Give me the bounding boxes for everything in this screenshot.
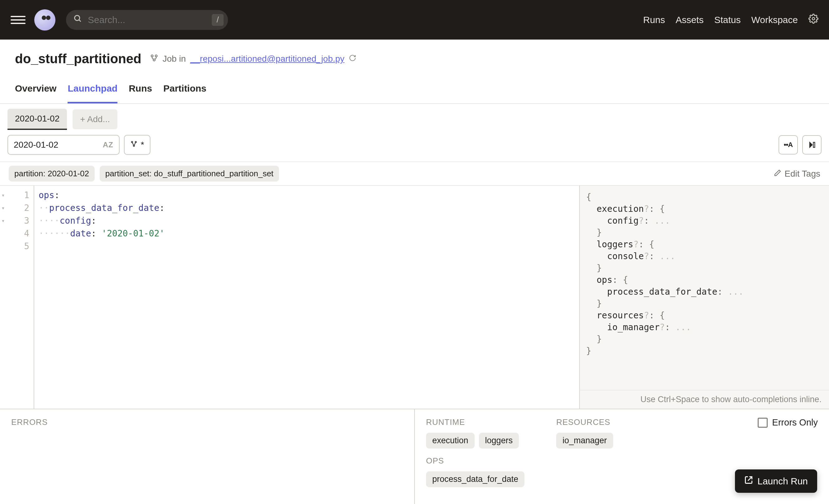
tabs: Overview Launchpad Runs Partitions [15,78,814,103]
nav-links: Runs Assets Status Workspace [643,14,819,26]
ops-label: OPS [426,456,818,466]
gear-icon[interactable] [808,14,819,26]
logo-icon[interactable] [34,9,56,31]
svg-rect-12 [814,142,815,147]
edit-tags-label: Edit Tags [785,169,820,179]
svg-point-4 [155,55,157,57]
job-location-chip: Job in __reposi...artitioned@partitioned… [150,54,356,64]
partition-tabs: 2020-01-02 + Add... [0,104,829,135]
tag-chip[interactable]: partition: 2020-01-02 [9,166,95,182]
editor-area: ▾▾▾ 12345 ops:··process_data_for_date:··… [0,186,829,409]
page-header: do_stuff_partitioned Job in __reposi...a… [0,40,829,104]
partition-tab[interactable]: 2020-01-02 [7,109,67,130]
schema-content: { execution?: { config?: ... } loggers?:… [580,186,829,390]
config-editor[interactable]: ▾▾▾ 12345 ops:··process_data_for_date:··… [0,186,580,409]
top-nav: / Runs Assets Status Workspace [0,0,829,40]
partition-selector[interactable]: 2020-01-02 AZ [7,135,119,155]
line-gutter: 12345 [6,186,34,409]
fold-gutter: ▾▾▾ [0,186,6,409]
op-filter-text: * [141,140,144,150]
scaffold-config-button[interactable]: ••A [779,135,798,154]
svg-point-7 [135,141,136,143]
op-filter[interactable]: * [124,135,150,155]
search-icon [73,14,82,25]
tag-chip[interactable]: partition_set: do_stuff_partitioned_part… [100,166,279,182]
ops-chip[interactable]: process_data_for_date [426,471,525,487]
partition-selector-value: 2020-01-02 [14,140,58,150]
svg-point-2 [812,17,815,20]
launch-icon [744,476,753,487]
search-box[interactable]: / [66,10,228,30]
page-title: do_stuff_partitioned [15,51,141,66]
nav-status[interactable]: Status [714,15,741,25]
menu-icon[interactable] [10,12,26,27]
errors-only-toggle[interactable]: Errors Only [758,418,818,428]
runtime-chip[interactable]: loggers [479,433,519,448]
tab-partitions[interactable]: Partitions [163,78,206,103]
nav-workspace[interactable]: Workspace [751,15,798,25]
search-shortcut-key: / [212,14,224,26]
errors-only-label: Errors Only [772,418,818,428]
schema-hint: Use Ctrl+Space to show auto-completions … [580,390,829,409]
launch-run-label: Launch Run [757,476,808,487]
search-input[interactable] [88,15,206,25]
svg-point-8 [133,145,135,146]
runtime-label: RUNTIME [426,418,519,427]
job-location-link[interactable]: __reposi...artitioned@partitioned_job.py [190,54,345,64]
sort-az-icon: AZ [103,141,113,149]
filter-icon [130,140,138,150]
tab-runs[interactable]: Runs [129,78,152,103]
bottom-panel: ERRORS Errors Only RUNTIME execution log… [0,409,829,504]
filter-row: 2020-01-02 AZ * ••A [0,135,829,162]
reload-icon[interactable] [349,54,356,64]
pencil-icon [774,169,781,179]
edit-tags-button[interactable]: Edit Tags [774,169,820,179]
svg-point-3 [151,55,153,57]
svg-line-1 [79,20,81,22]
launch-run-button[interactable]: Launch Run [735,469,817,493]
toggle-panel-button[interactable] [802,135,822,154]
tab-overview[interactable]: Overview [15,78,57,103]
svg-point-6 [132,141,133,143]
nav-runs[interactable]: Runs [643,15,665,25]
errors-label: ERRORS [11,418,403,427]
add-partition-tab[interactable]: + Add... [73,109,117,129]
tag-row: partition: 2020-01-02 partition_set: do_… [0,162,829,186]
svg-marker-11 [810,142,812,147]
resources-label: RESOURCES [556,418,613,427]
checkbox-icon[interactable] [758,418,768,428]
schema-pane: { execution?: { config?: ... } loggers?:… [580,186,829,409]
job-icon [150,54,158,64]
svg-line-10 [134,143,136,145]
nav-assets[interactable]: Assets [676,15,704,25]
errors-panel: ERRORS [0,409,415,504]
svg-point-0 [75,15,80,21]
tab-launchpad[interactable]: Launchpad [68,78,117,103]
svg-line-9 [132,143,134,145]
resource-chip[interactable]: io_manager [556,433,613,448]
job-in-prefix: Job in [163,54,186,64]
code-content[interactable]: ops:··process_data_for_date:····config:·… [34,186,169,409]
runtime-chip[interactable]: execution [426,433,475,448]
